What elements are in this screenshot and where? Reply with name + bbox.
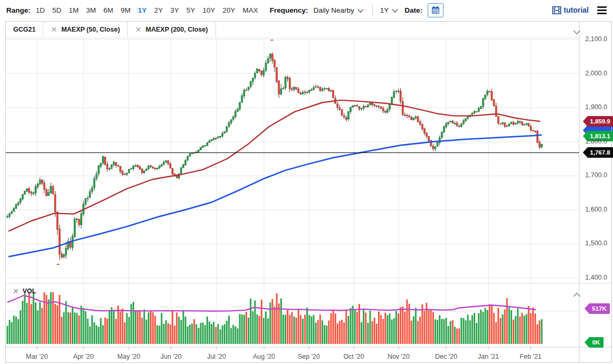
x-axis-label: Aug '20 [253,353,275,360]
range-option-3m[interactable]: 3M [86,6,96,14]
ma50-line [9,100,540,231]
toolbar-right: tutorial [552,6,613,14]
last-price-badge: 1,767.8 [583,147,613,158]
volume-header: ✕ VOL [13,287,36,295]
study-tabs: ✕MAEXP (50, Close)✕MAEXP (200, Close) [43,22,215,37]
x-axis-label: Jul '20 [207,353,226,360]
study-tab-ma50: ✕MAEXP (50, Close) [43,22,128,37]
chart-app: Range: 1D5D1M3M6M9M1Y2Y3Y5Y10Y20YMAX Fre… [0,0,613,364]
range-option-1m[interactable]: 1M [69,6,79,14]
study-label: MAEXP (200, Close) [146,26,208,33]
calendar-button[interactable] [428,3,444,17]
chart-header: GCG21 ✕MAEXP (50, Close)✕MAEXP (200, Clo… [6,22,216,37]
menu-icon[interactable] [597,6,607,14]
range-option-10y[interactable]: 10Y [202,6,215,14]
duration-value: 1Y [380,6,389,14]
calendar-icon [431,6,440,14]
x-axis-label: Mar '20 [26,353,48,360]
x-axis-label: Feb '21 [520,353,541,360]
close-study-icon[interactable]: ✕ [51,25,57,34]
video-tutorial-icon [552,6,561,14]
date-label: Date: [404,6,422,14]
y-axis-label: 2,100.0 [581,35,607,43]
range-option-max[interactable]: MAX [242,6,258,14]
close-study-icon[interactable]: ✕ [135,25,142,34]
chevron-down-icon [357,6,363,12]
y-axis-label: 1,500.0 [581,240,607,247]
y-axis-label: 2,000.0 [581,70,607,77]
expand-volume-icon[interactable] [570,290,579,300]
chevron-down-icon [392,6,398,12]
frequency-label: Frequency: [270,6,308,14]
ma50-value-badge: 1,859.9 [583,116,613,127]
tutorial-label: tutorial [564,6,589,14]
top-toolbar: Range: 1D5D1M3M6M9M1Y2Y3Y5Y10Y20YMAX Fre… [0,0,613,20]
ma200-line [9,135,541,256]
y-axis-label: 1,700.0 [581,171,607,179]
volume-label: VOL [23,288,36,295]
x-axis-label: Sep '20 [298,353,320,360]
range-option-6m[interactable]: 6M [103,6,114,14]
low-marker [57,264,60,265]
study-label: MAEXP (50, Close) [61,26,120,33]
range-option-5d[interactable]: 5D [52,6,61,14]
y-axis-label: 1,900.0 [581,103,607,111]
x-axis-label: May '20 [117,353,140,360]
range-option-20y[interactable]: 20Y [222,6,235,14]
range-option-1y[interactable]: 1Y [138,6,147,14]
study-tab-ma200: ✕MAEXP (200, Close) [128,22,216,37]
x-axis-label: Jan '21 [478,353,499,360]
y-axis-label: 1,800.0 [581,138,607,145]
range-option-5y[interactable]: 5Y [186,6,195,14]
range-option-3y[interactable]: 3Y [170,6,179,14]
range-options: 1D5D1M3M6M9M1Y2Y3Y5Y10Y20YMAX [36,6,258,14]
price-volume-chart-canvas[interactable] [0,0,613,364]
x-axis-label: Nov '20 [388,353,410,360]
symbol-label: GCG21 [6,22,43,37]
range-option-1d[interactable]: 1D [36,6,45,14]
x-axis-label: Jun '20 [161,353,182,360]
collapse-chart-icon[interactable] [570,27,579,37]
range-label: Range: [6,6,31,14]
range-option-9m[interactable]: 9M [121,6,131,14]
tutorial-link[interactable]: tutorial [552,6,589,14]
volume-ma-badge: 517K [584,303,610,314]
toolbar-divider [372,4,373,16]
frequency-dropdown[interactable]: Daily Nearby [314,6,363,14]
frequency-value: Daily Nearby [314,6,354,14]
y-axis-label: 1,600.0 [581,206,607,213]
y-axis-label: 1,400.0 [581,274,607,281]
x-axis-label: Apr '20 [73,353,93,360]
duration-dropdown[interactable]: 1Y [380,6,398,14]
x-axis-label: Oct '20 [343,353,364,360]
close-volume-icon[interactable]: ✕ [13,287,19,295]
volume-bars[interactable] [7,292,543,344]
high-marker [271,40,274,41]
range-option-2y[interactable]: 2Y [154,6,163,14]
candlestick-series[interactable] [7,52,543,260]
x-axis-label: Dec '20 [435,353,457,360]
